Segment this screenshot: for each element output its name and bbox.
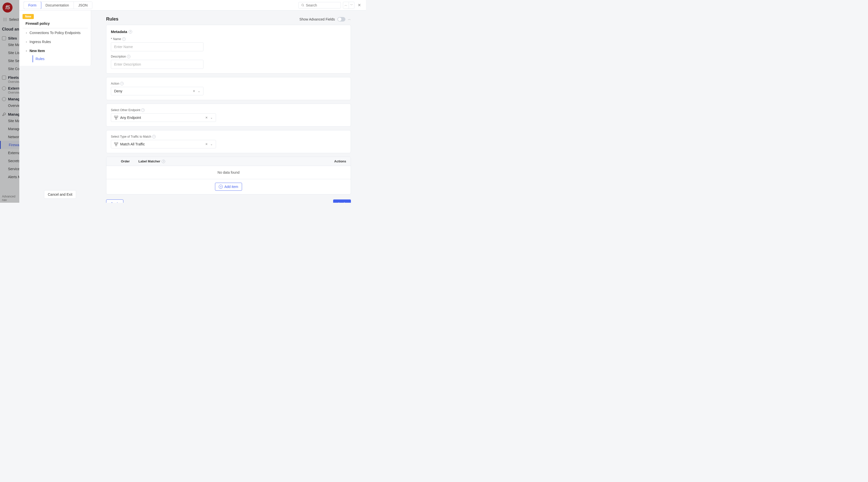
view-tabs: Form Documentation JSON [24, 1, 92, 9]
endpoint-value: Any Endpoint [120, 116, 141, 120]
bg-heading: Cloud and [0, 24, 20, 34]
close-button[interactable]: ✕ [356, 2, 362, 8]
outline-item-connections[interactable]: Connections To Policy Endpoints [23, 28, 88, 37]
search-icon [301, 3, 304, 7]
plus-circle-icon: + [219, 185, 223, 189]
background-sidebar: f5 Select s Cloud and Sites Site Map Sit… [0, 0, 20, 203]
action-label: Action [111, 82, 119, 85]
new-badge: New [23, 14, 34, 19]
help-icon[interactable]: ? [141, 108, 145, 112]
traffic-label: Select Type of Traffic to Match [111, 135, 151, 138]
endpoint-card: Select Other Endpoint ? Any Endpoint ✕ ⌄ [106, 104, 351, 127]
bg-item: Site Con [0, 65, 20, 73]
adv-fields-toggle[interactable] [337, 17, 345, 22]
gear-icon [2, 97, 6, 101]
required-mark: * [111, 37, 112, 41]
wrench-icon [2, 113, 6, 116]
add-item-button[interactable]: + Add item [215, 183, 242, 191]
topbar: Form Documentation JSON ︿ ﹀ ✕ [20, 0, 366, 10]
bg-item: Site List [0, 49, 20, 57]
svg-rect-6 [117, 142, 118, 143]
back-button[interactable]: Back [106, 199, 123, 203]
bg-item: Manage [0, 125, 20, 133]
add-item-label: Add item [224, 185, 238, 189]
help-icon[interactable]: ? [129, 30, 132, 34]
tab-form[interactable]: Form [24, 1, 41, 9]
action-value: Deny [114, 89, 122, 93]
structure-icon [114, 116, 118, 120]
globe-icon [2, 36, 6, 40]
bg-section-fleets: Fleets [0, 73, 20, 80]
endpoint-select[interactable]: Any Endpoint ✕ ⌄ [111, 114, 216, 122]
col-label-matcher: Label Matcher [138, 159, 160, 163]
desc-label: Description [111, 55, 126, 58]
search-input[interactable] [306, 3, 338, 7]
traffic-select[interactable]: Match All Traffic ✕ ⌄ [111, 140, 216, 149]
nav-prev[interactable]: ︿ [343, 2, 349, 8]
bg-item: Site Sec [0, 57, 20, 65]
svg-point-0 [302, 4, 304, 6]
bg-sub: Overview [0, 80, 20, 84]
name-input[interactable] [111, 42, 204, 51]
metadata-card: Metadata ? * Name ? Description ? [106, 25, 351, 73]
traffic-card: Select Type of Traffic to Match ? Match … [106, 130, 351, 153]
bg-footer: Advanced nav [2, 195, 19, 202]
tab-json[interactable]: JSON [74, 2, 92, 9]
bg-section-sites: Sites [0, 34, 20, 41]
tab-documentation[interactable]: Documentation [41, 2, 74, 9]
col-order: Order [121, 159, 138, 163]
outline-item-new[interactable]: New Item [23, 46, 88, 55]
bg-section-manage2: Manage [0, 109, 20, 117]
bg-item: Alerts M [0, 173, 20, 181]
action-card: Action ? Deny ✕ ⌄ [106, 77, 351, 100]
collapse-caret[interactable]: ︿ [348, 17, 351, 21]
help-icon[interactable]: ? [122, 37, 126, 41]
chevron-down-icon: ⌄ [210, 116, 213, 119]
table-empty: No data found [106, 166, 351, 179]
bg-item: Site Map [0, 41, 20, 49]
bg-section-external: Externa [0, 84, 20, 91]
bg-sub: Overview [0, 91, 20, 94]
cancel-exit-button[interactable]: Cancel and Exit [44, 190, 76, 199]
help-icon[interactable]: ? [127, 55, 130, 58]
bg-item: Site Man [0, 117, 20, 125]
svg-rect-4 [116, 118, 117, 119]
outline-title: Firewall policy [23, 19, 88, 28]
grid-icon [3, 18, 7, 22]
svg-rect-5 [114, 142, 116, 143]
structure-icon [114, 142, 118, 146]
external-icon [2, 86, 6, 90]
bg-item-firewall: Firewall [0, 141, 20, 149]
search-box[interactable] [298, 2, 341, 8]
chevron-down-icon: ⌄ [198, 89, 200, 93]
help-icon[interactable]: ? [162, 160, 165, 163]
outline-sub-rules[interactable]: Rules [33, 55, 88, 62]
action-select[interactable]: Deny ✕ ⌄ [111, 87, 204, 95]
bg-item: Network [0, 133, 20, 141]
label-matcher-table: Order Label Matcher ? Actions No data fo… [106, 157, 351, 194]
svg-rect-7 [116, 144, 117, 146]
metadata-heading: Metadata [111, 30, 127, 34]
clear-icon[interactable]: ✕ [205, 142, 208, 146]
page-title: Rules [106, 17, 118, 22]
main-content: Rules Show Advanced Fields ︿ Metadata ? … [91, 10, 366, 203]
help-icon[interactable]: ? [152, 135, 156, 138]
name-label: Name [113, 37, 121, 41]
help-icon[interactable]: ? [120, 82, 124, 85]
clear-icon[interactable]: ✕ [193, 89, 195, 93]
outline-item-ingress[interactable]: Ingress Rules [23, 37, 88, 46]
chevron-down-icon: ⌄ [210, 142, 213, 146]
select-service-label: Select s [9, 18, 20, 22]
svg-rect-2 [114, 116, 116, 117]
outline-panel: New Firewall policy Connections To Polic… [20, 10, 91, 66]
bg-item: Service [0, 165, 20, 173]
desc-input[interactable] [111, 60, 204, 69]
bg-section-manage1: Manage [0, 94, 20, 102]
svg-line-1 [303, 6, 304, 6]
f5-logo: f5 [2, 2, 12, 12]
nav-next[interactable]: ﹀ [349, 2, 354, 8]
clear-icon[interactable]: ✕ [205, 116, 208, 119]
col-actions: Actions [326, 159, 346, 163]
nav-arrows: ︿ ﹀ [343, 2, 354, 9]
apply-button[interactable]: Apply [333, 199, 351, 203]
